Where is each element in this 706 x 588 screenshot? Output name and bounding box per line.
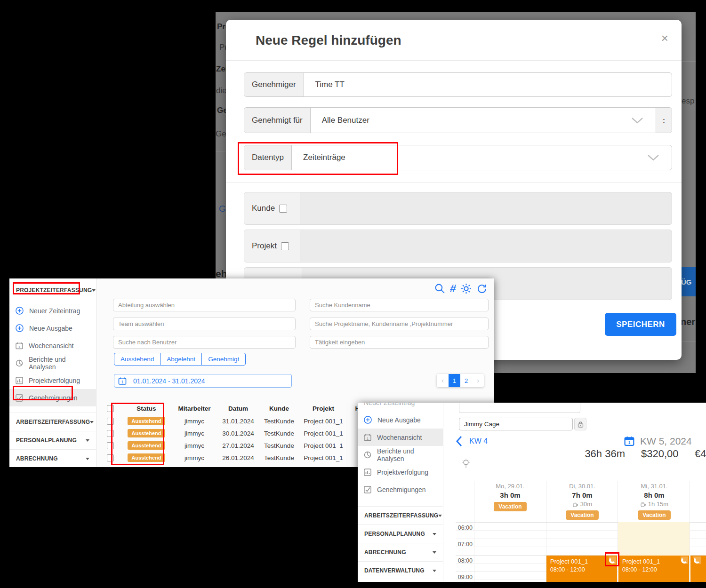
time-grid: 06:00 07:00 08:00 09:00 Project 001_1 08… bbox=[456, 522, 706, 582]
bg-button-fragment: ÜG bbox=[679, 267, 696, 296]
pagination-next[interactable]: › bbox=[472, 374, 484, 387]
event-corner-icon[interactable] bbox=[681, 556, 688, 564]
sidebar-item-genehmigungen[interactable]: Genehmigungen bbox=[358, 481, 443, 498]
chevron-down-icon[interactable] bbox=[631, 108, 656, 133]
time-label: 08:00 bbox=[456, 557, 473, 564]
sidebar-item-neuer-zeiteintrag[interactable]: Neuer Zeiteintrag bbox=[9, 302, 96, 319]
calendar-event-clipped[interactable] bbox=[690, 556, 706, 582]
activity-filter-input[interactable] bbox=[310, 336, 489, 349]
status-filter-abgelehnt[interactable]: Abgelehnt bbox=[160, 353, 202, 366]
pagination-page-2[interactable]: 2 bbox=[460, 374, 472, 387]
plus-circle-icon bbox=[16, 307, 24, 315]
sidebar-group-personalplanung[interactable]: PERSONALPLANUNG bbox=[358, 524, 443, 543]
status-badge: Ausstehend bbox=[128, 453, 166, 462]
team-filter-input[interactable] bbox=[113, 318, 296, 330]
data-type-row: Datentyp Zeiteinträge bbox=[244, 145, 672, 170]
hashtag-icon[interactable]: # bbox=[449, 282, 457, 295]
sidebar-item-neuer-zeiteintrag-clipped[interactable]: Neuer Zeiteintrag bbox=[358, 403, 443, 407]
row-checkbox[interactable] bbox=[107, 442, 114, 449]
vacation-badge: Vacation bbox=[494, 502, 526, 511]
event-corner-icon[interactable] bbox=[609, 556, 616, 564]
project-filter-input[interactable] bbox=[310, 318, 489, 330]
project-value bbox=[300, 230, 672, 262]
sidebar-item-berichte-und-analysen[interactable]: Berichte und Analysen bbox=[358, 446, 443, 463]
calendar-event[interactable]: Project 001_1 08:00 - 12:00 bbox=[546, 556, 617, 582]
sidebar-group-personalplanung[interactable]: PERSONALPLANUNG bbox=[9, 431, 96, 449]
pie-chart-icon bbox=[364, 451, 371, 459]
status-badge: Ausstehend bbox=[128, 441, 166, 450]
sidebar-group-arbeitszeiterfassung[interactable]: ARBEITSZEITERFASSUNG bbox=[358, 506, 443, 524]
data-type-select[interactable]: Zeiteinträge bbox=[292, 145, 647, 170]
current-week-label: KW 5, 2024 bbox=[640, 436, 692, 447]
caret-down-icon bbox=[438, 515, 442, 517]
vacation-badge: Vacation bbox=[638, 510, 670, 520]
previous-week-label: KW 4 bbox=[469, 437, 488, 445]
pagination-page-1[interactable]: 1 bbox=[449, 374, 460, 387]
pie-chart-icon bbox=[16, 359, 23, 367]
chevron-down-icon[interactable] bbox=[647, 145, 672, 170]
sidebar-group-abrechnung[interactable]: ABRECHNUNG bbox=[9, 449, 96, 468]
row-checkbox[interactable] bbox=[107, 418, 114, 425]
bg-divider bbox=[679, 187, 696, 187]
sidebar-item-wochenansicht[interactable]: 1 Wochenansicht bbox=[9, 337, 96, 354]
sidebar-item-berichte-und-analysen[interactable]: Berichte und Analysen bbox=[9, 354, 96, 372]
row-checkbox[interactable] bbox=[107, 454, 114, 461]
search-icon[interactable] bbox=[434, 283, 446, 294]
time-label: 06:00 bbox=[456, 524, 473, 531]
select-all-checkbox[interactable] bbox=[107, 405, 114, 412]
row-checkbox[interactable] bbox=[107, 430, 114, 437]
user-search-input[interactable] bbox=[459, 418, 573, 430]
sidebar-item-wochenansicht[interactable]: 1 Wochenansicht bbox=[358, 429, 443, 446]
check-square-icon bbox=[16, 394, 23, 402]
sidebar-item-neue-ausgabe[interactable]: Neue Ausgabe bbox=[358, 411, 443, 429]
gear-icon[interactable] bbox=[460, 283, 472, 294]
calendar-top-border bbox=[456, 481, 706, 481]
calendar-icon: 1 bbox=[364, 434, 371, 441]
week-sidebar: Neuer Zeiteintrag Neue Ausgabe 1 Wochena… bbox=[358, 403, 443, 582]
current-week[interactable]: 1 KW 5, 2024 bbox=[624, 436, 692, 447]
date-range-picker[interactable]: 1 01.01.2024 - 31.01.2024 bbox=[114, 374, 292, 388]
sidebar-group-datenverwaltung[interactable]: DATENVERWALTUNG bbox=[358, 561, 443, 580]
bg-divider bbox=[679, 61, 696, 62]
lightbulb-icon[interactable] bbox=[461, 458, 471, 470]
status-filter-group: Ausstehend Abgelehnt Genehmigt bbox=[114, 353, 246, 366]
project-checkbox[interactable] bbox=[281, 242, 289, 250]
refresh-icon[interactable] bbox=[476, 283, 488, 294]
pagination-prev[interactable]: ‹ bbox=[437, 374, 449, 387]
check-square-icon bbox=[364, 486, 371, 493]
sidebar-item-projektverfolgung[interactable]: Projektverfolgung bbox=[358, 463, 443, 481]
previous-week-nav[interactable]: KW 4 bbox=[456, 436, 488, 447]
close-icon[interactable]: × bbox=[661, 32, 668, 44]
user-filter-input[interactable] bbox=[113, 336, 296, 349]
approved-for-row: Genehmigt für Alle Benutzer : bbox=[244, 107, 672, 133]
customer-filter-input[interactable] bbox=[310, 299, 489, 311]
sidebar-group-arbeitszeiterfassung[interactable]: ARBEITSZEITERFASSUNG bbox=[9, 413, 96, 431]
pagination: ‹ 1 2 › bbox=[437, 374, 484, 387]
caret-down-icon bbox=[86, 458, 89, 460]
day-header-tuesday: Di, 30.01. 7h 0m 30m Vacation bbox=[546, 483, 618, 520]
sidebar-item-neue-ausgabe[interactable]: Neue Ausgabe bbox=[9, 319, 96, 337]
approved-for-select[interactable]: Alle Benutzer bbox=[311, 108, 631, 133]
approver-value[interactable]: Time TT bbox=[304, 73, 672, 96]
bg-text-fragment: esp bbox=[682, 96, 694, 106]
status-filter-ausstehend[interactable]: Ausstehend bbox=[114, 353, 160, 366]
calendar-event[interactable]: Project 001_1 08:00 - 12:00 bbox=[618, 556, 689, 582]
sidebar-group-abrechnung[interactable]: ABRECHNUNG bbox=[358, 543, 443, 561]
save-button[interactable]: SPEICHERN bbox=[605, 313, 676, 336]
clipped-input[interactable] bbox=[459, 403, 580, 413]
row-menu-icon[interactable]: : bbox=[656, 108, 672, 133]
sidebar-item-projektverfolgung[interactable]: Projektverfolgung bbox=[9, 372, 96, 389]
customer-checkbox[interactable] bbox=[279, 205, 287, 213]
department-filter-input[interactable] bbox=[113, 299, 296, 311]
status-badge: Ausstehend bbox=[128, 429, 166, 437]
status-filter-genehmigt[interactable]: Genehmigt bbox=[201, 353, 246, 366]
lock-icon[interactable] bbox=[574, 418, 586, 430]
sidebar-item-genehmigungen[interactable]: Genehmigungen bbox=[9, 389, 96, 406]
bar-chart-icon bbox=[16, 377, 23, 384]
modal-header-divider bbox=[226, 60, 682, 61]
caret-down-icon bbox=[433, 533, 436, 535]
calendar-icon: 1 bbox=[16, 342, 23, 350]
sidebar-group-projektzeiterfassung[interactable]: PROJEKTZEITERFASSUNG bbox=[9, 281, 96, 299]
day-header-wednesday: Mi, 31.01. 8h 0m 1h 15m Vacation bbox=[618, 483, 690, 520]
event-corner-icon[interactable] bbox=[693, 556, 701, 564]
